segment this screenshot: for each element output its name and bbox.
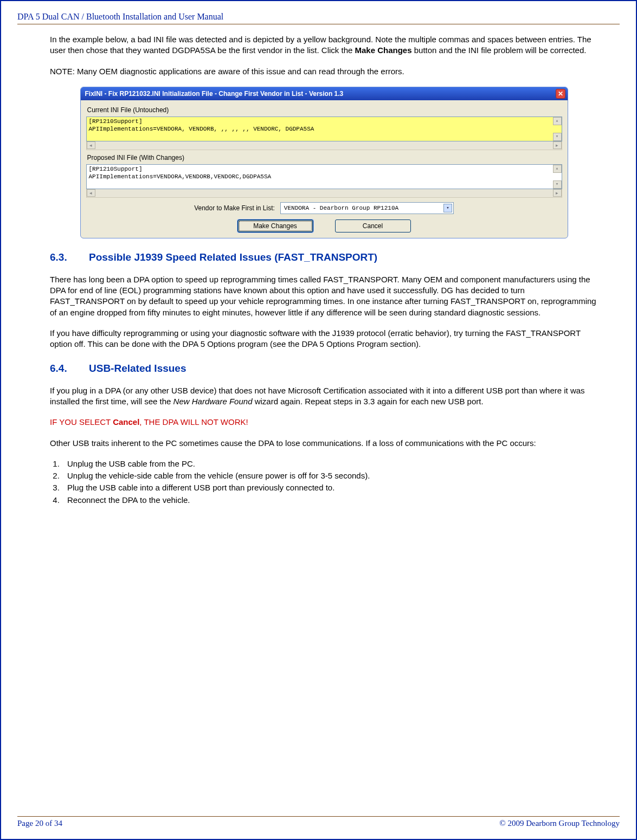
scroll-left-icon[interactable]: ◂ — [87, 189, 95, 197]
s64-warning: IF YOU SELECT Cancel, THE DPA WILL NOT W… — [50, 417, 598, 428]
warn-text: IF YOU SELECT — [50, 417, 113, 427]
s63-p2: If you have difficulty reprogramming or … — [50, 328, 598, 350]
current-ini-label: Current INI File (Untouched) — [87, 106, 562, 114]
s64-p1: If you plug in a DPA (or any other USB d… — [50, 385, 598, 408]
h-scrollbar[interactable]: ◂ ▸ — [86, 189, 562, 198]
ini-line: [RP1210Support] — [89, 118, 559, 126]
section-num: 6.4. — [50, 361, 89, 376]
make-changes-ref: Make Changes — [355, 46, 412, 55]
window-titlebar[interactable]: FixINI - Fix RP121032.INI Initialization… — [81, 87, 568, 100]
vendor-selected: VENDORA - Dearborn Group RP1210A — [284, 204, 398, 212]
list-item: Plug the USB cable into a different USB … — [62, 482, 598, 493]
proposed-ini-label: Proposed INI File (With Changes) — [87, 153, 562, 162]
section-6-3-heading: 6.3.Possible J1939 Speed Related Issues … — [50, 250, 598, 264]
h-scrollbar[interactable]: ◂ ▸ — [86, 141, 562, 150]
intro-para-2: NOTE: Many OEM diagnostic applications a… — [50, 66, 598, 77]
intro-para-1: In the example below, a bad INI file was… — [50, 34, 598, 56]
doc-header: DPA 5 Dual CAN / Bluetooth Installation … — [17, 12, 620, 24]
list-item: Unplug the vehicle-side cable from the v… — [62, 470, 598, 481]
cancel-ref: Cancel — [113, 417, 139, 427]
text: wizard again. Repeat steps in 3.3 again … — [253, 397, 484, 406]
fixini-window: FixINI - Fix RP121032.INI Initialization… — [80, 87, 568, 238]
scroll-down-icon[interactable]: ▾ — [553, 180, 562, 189]
section-title: Possible J1939 Speed Related Issues (FAS… — [89, 251, 377, 263]
copyright: © 2009 Dearborn Group Technology — [499, 819, 620, 828]
new-hardware-found-ref: New Hardware Found — [173, 397, 253, 406]
current-ini-textbox[interactable]: [RP1210Support] APIImplementations=VENDO… — [86, 117, 562, 141]
list-item: Reconnect the DPA to the vehicle. — [62, 495, 598, 506]
page-number: Page 20 of 34 — [17, 819, 62, 828]
ini-line: [RP1210Support] — [89, 166, 559, 173]
scroll-left-icon[interactable]: ◂ — [87, 141, 95, 149]
ini-line: APIImplementations=VENDORA, VENDORB, ,, … — [89, 126, 559, 133]
s64-p3: Other USB traits inherent to the PC some… — [50, 438, 598, 449]
ini-line: APIImplementations=VENDORA,VENDORB,VENDO… — [89, 173, 559, 181]
scroll-right-icon[interactable]: ▸ — [553, 189, 562, 197]
warn-text: , THE DPA WILL NOT WORK! — [139, 417, 248, 427]
section-title: USB-Related Issues — [89, 363, 186, 374]
scroll-up-icon[interactable]: ▴ — [553, 165, 562, 173]
scroll-down-icon[interactable]: ▾ — [553, 133, 562, 141]
list-item: Unplug the USB cable from the PC. — [62, 458, 598, 469]
s63-p1: There has long been a DPA option to spee… — [50, 274, 598, 318]
cancel-button[interactable]: Cancel — [335, 219, 411, 232]
vendor-first-label: Vendor to Make First in List: — [194, 204, 275, 212]
window-title: FixINI - Fix RP121032.INI Initialization… — [85, 89, 344, 98]
usb-steps-list: Unplug the USB cable from the PC. Unplug… — [62, 458, 598, 506]
chevron-down-icon[interactable]: ▾ — [443, 204, 452, 212]
scroll-right-icon[interactable]: ▸ — [553, 141, 562, 149]
section-num: 6.3. — [50, 250, 89, 264]
scroll-up-icon[interactable]: ▴ — [553, 117, 562, 125]
vendor-dropdown[interactable]: VENDORA - Dearborn Group RP1210A ▾ — [280, 202, 454, 214]
text: button and the INI file problem will be … — [412, 46, 587, 55]
section-6-4-heading: 6.4.USB-Related Issues — [50, 361, 598, 376]
page-footer: Page 20 of 34 © 2009 Dearborn Group Tech… — [17, 816, 620, 828]
make-changes-button[interactable]: Make Changes — [237, 219, 313, 232]
proposed-ini-textbox[interactable]: [RP1210Support] APIImplementations=VENDO… — [86, 164, 562, 189]
close-icon[interactable]: ✕ — [556, 89, 565, 99]
